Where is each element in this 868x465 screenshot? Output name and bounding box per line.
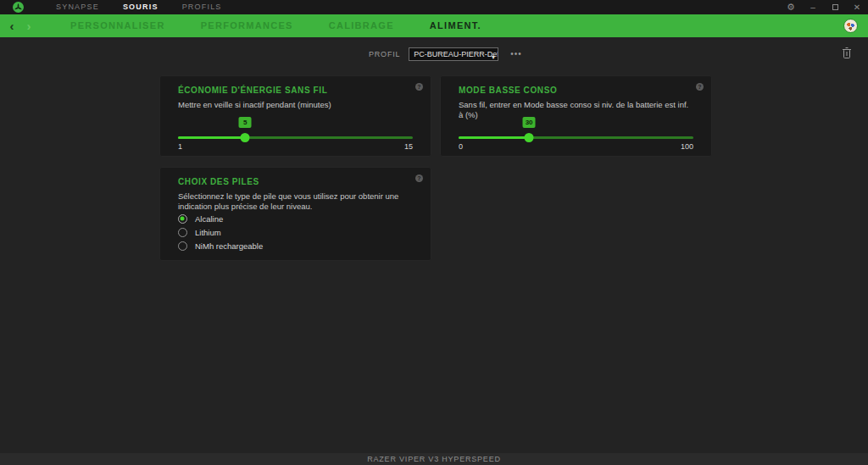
slider-min-label: 0 [459, 142, 463, 151]
settings-gear-icon[interactable]: ⚙ [780, 0, 802, 14]
device-name: RAZER VIPER V3 HYPERSPEED [367, 455, 501, 463]
delete-profile-button[interactable] [842, 47, 852, 59]
tab-performances[interactable]: PERFORMANCES [183, 14, 311, 37]
tab-personnaliser[interactable]: PERSONNALISER [53, 14, 183, 37]
slider-thumb[interactable] [241, 133, 250, 142]
card-title: ÉCONOMIE D'ÉNERGIE SANS FIL [178, 86, 327, 95]
profile-label: PROFIL [369, 50, 400, 58]
profile-more-button[interactable]: ••• [510, 50, 522, 58]
slider-range-labels: 1 15 [178, 142, 413, 151]
main-content: PROFIL PC-BUREAU-PIERR-Default ▼ ••• ÉCO… [0, 37, 868, 453]
razer-logo-icon[interactable] [13, 2, 24, 13]
slider-thumb[interactable] [525, 133, 534, 142]
tab-aliment[interactable]: ALIMENT. [412, 14, 499, 37]
tab-profils[interactable]: PROFILS [170, 0, 234, 14]
info-icon[interactable]: ? [415, 174, 423, 182]
radio-icon[interactable] [178, 214, 187, 224]
slider-fill [459, 136, 529, 139]
info-icon[interactable]: ? [696, 83, 704, 91]
slider-max-label: 15 [404, 142, 413, 151]
radio-option-alcaline[interactable]: Alcaline [178, 213, 223, 224]
maximize-icon [832, 4, 838, 10]
slider-value-badge: 5 [239, 117, 252, 128]
profile-dropdown-value: PC-BUREAU-PIERR-Default [414, 50, 498, 58]
maximize-button[interactable] [824, 0, 846, 14]
radio-label: Lithium [195, 228, 221, 237]
chevron-down-icon: ▼ [490, 52, 496, 61]
card-economie-energie: ÉCONOMIE D'ÉNERGIE SANS FIL Mettre en ve… [159, 75, 431, 157]
footer-device-bar: RAZER VIPER V3 HYPERSPEED [0, 453, 868, 465]
radio-icon[interactable] [178, 241, 187, 251]
card-title: MODE BASSE CONSO [459, 86, 557, 95]
nav-back-icon[interactable]: ‹ [3, 15, 20, 36]
card-mode-basse-conso: MODE BASSE CONSO Sans fil, entrer en Mod… [440, 75, 712, 157]
user-avatar[interactable] [843, 19, 858, 33]
sleep-slider[interactable]: 5 [178, 117, 413, 142]
card-choix-des-piles: CHOIX DES PILES Sélectionnez le type de … [159, 167, 431, 261]
radio-icon[interactable] [178, 228, 187, 237]
navbar-tabs: PERSONNALISER PERFORMANCES CALIBRAGE ALI… [53, 14, 499, 37]
titlebar: SYNAPSE SOURIS PROFILS ⚙ – ✕ [0, 0, 868, 14]
nav-forward-icon[interactable]: › [20, 15, 37, 36]
radio-option-lithium[interactable]: Lithium [178, 226, 221, 238]
slider-fill [178, 136, 245, 139]
radio-label: Alcaline [195, 214, 223, 224]
info-icon[interactable]: ? [415, 83, 423, 91]
low-power-slider[interactable]: 30 [459, 117, 693, 142]
slider-value-badge: 30 [523, 117, 536, 128]
tab-synapse[interactable]: SYNAPSE [44, 0, 111, 14]
slider-max-label: 100 [681, 142, 693, 151]
profile-dropdown[interactable]: PC-BUREAU-PIERR-Default ▼ [409, 47, 498, 61]
radio-option-nimh[interactable]: NiMh rechargeable [178, 240, 263, 252]
slider-min-label: 1 [178, 142, 182, 151]
titlebar-tabs: SYNAPSE SOURIS PROFILS [44, 0, 234, 14]
tab-souris[interactable]: SOURIS [111, 0, 170, 14]
slider-range-labels: 0 100 [459, 142, 693, 151]
window-controls: ⚙ – ✕ [780, 0, 868, 14]
minimize-button[interactable]: – [802, 0, 824, 14]
tab-calibrage[interactable]: CALIBRAGE [311, 14, 412, 37]
profile-row: PROFIL PC-BUREAU-PIERR-Default ▼ ••• [369, 46, 522, 63]
card-description: Mettre en veille si inactif pendant (min… [178, 100, 410, 110]
close-button[interactable]: ✕ [846, 0, 868, 14]
radio-label: NiMh rechargeable [195, 241, 263, 251]
card-description: Sélectionnez le type de pile que vous ut… [178, 191, 410, 212]
navbar: ‹ › PERSONNALISER PERFORMANCES CALIBRAGE… [0, 14, 868, 37]
card-title: CHOIX DES PILES [178, 177, 259, 186]
